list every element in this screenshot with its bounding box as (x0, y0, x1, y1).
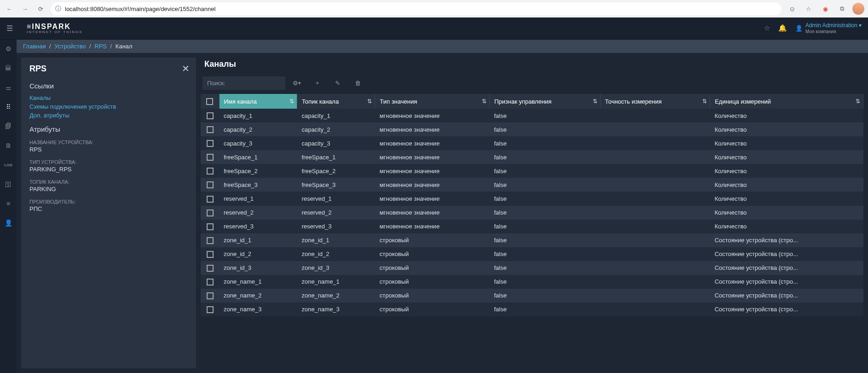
cell-topic: zone_name_2 (297, 289, 375, 303)
attr-label: ТОПИК КАНАЛА: (29, 179, 188, 185)
edit-button[interactable]: ✎ (329, 76, 346, 90)
select-all-checkbox[interactable] (206, 98, 213, 105)
crumb-device[interactable]: Устройство (54, 43, 86, 50)
cell-ctrl: false (489, 289, 600, 303)
col-topic[interactable]: Топик канала⇅ (297, 94, 375, 109)
col-unit[interactable]: Единица измерений⇅ (710, 94, 863, 109)
rail-building-icon[interactable]: 🏛 (3, 63, 14, 74)
favorites-star-icon[interactable]: ☆ (764, 24, 770, 32)
rail-stack-icon[interactable]: ≡ (3, 198, 14, 209)
cell-unit: Состояние устройства (стро... (710, 275, 863, 289)
row-checkbox[interactable] (207, 251, 214, 258)
close-icon[interactable]: ✕ (182, 63, 190, 74)
row-checkbox[interactable] (207, 223, 214, 230)
rail-gear-icon[interactable]: ⚙ (3, 43, 14, 54)
sort-icon: ⇅ (856, 98, 860, 105)
col-ctrl[interactable]: Признак управления⇅ (489, 94, 600, 109)
extension-record-icon[interactable]: ◉ (819, 3, 831, 15)
rail-doccheck-icon[interactable]: 🗎 (3, 140, 14, 151)
cell-unit: Состояние устройства (стро... (710, 289, 863, 303)
rail-sliders-icon[interactable]: ⚌ (3, 82, 14, 93)
cell-prec (600, 261, 710, 275)
cell-ctrl: false (489, 275, 600, 289)
reload-button[interactable]: ⟳ (35, 3, 46, 14)
bookmark-star-icon[interactable]: ☆ (803, 3, 815, 15)
table-row[interactable]: zone_id_2zone_id_2строковыйfalseСостояни… (201, 247, 863, 261)
settings-button[interactable]: ⚙▾ (288, 76, 306, 90)
sidepanel-link[interactable]: Доп. атрибуты (29, 111, 188, 120)
cell-unit: Количество (710, 192, 863, 205)
rail-key-icon[interactable]: ⚿ (3, 179, 14, 190)
sidepanel-link[interactable]: Схемы подключения устройств (29, 102, 188, 111)
cell-name: freeSpace_2 (219, 164, 297, 178)
table-row[interactable]: reserved_2reserved_2мгновенное значениеf… (201, 206, 863, 220)
cell-vtype: мгновенное значение (375, 192, 490, 205)
search-input[interactable] (203, 76, 285, 90)
cell-unit: Количество (710, 220, 863, 233)
toolbar: ⚙▾ ＋ ✎ 🗑 (201, 75, 863, 91)
cell-unit: Состояние устройства (стро... (710, 261, 863, 275)
col-vtype[interactable]: Тип значения⇅ (375, 94, 490, 109)
cell-ctrl: false (489, 192, 600, 205)
menu-toggle[interactable]: ☰ (6, 24, 13, 33)
table-row[interactable]: reserved_3reserved_3мгновенное значениеf… (201, 220, 863, 233)
url-bar[interactable]: ⓘ localhost:8080/semux/#!/main/page/devi… (51, 2, 781, 15)
cell-unit: Количество (710, 122, 863, 136)
row-checkbox[interactable] (207, 126, 214, 133)
row-checkbox[interactable] (207, 168, 214, 175)
table-row[interactable]: zone_name_3zone_name_3строковыйfalseСост… (201, 303, 863, 316)
forward-button[interactable]: → (19, 3, 30, 14)
table-row[interactable]: freeSpace_3freeSpace_3мгновенное значени… (201, 178, 863, 192)
cell-prec (600, 109, 710, 122)
rail-people-icon[interactable]: ⠿ (3, 101, 14, 112)
notifications-bell-icon[interactable]: 🔔 (778, 24, 787, 32)
cell-name: zone_name_1 (219, 275, 297, 289)
profile-avatar[interactable] (852, 3, 864, 15)
table-row[interactable]: zone_name_2zone_name_2строковыйfalseСост… (201, 289, 863, 303)
table-row[interactable]: zone_name_1zone_name_1строковыйfalseСост… (201, 275, 863, 289)
table-row[interactable]: capacity_3capacity_3мгновенное значениеf… (201, 136, 863, 150)
back-button[interactable]: ← (4, 3, 15, 14)
row-checkbox[interactable] (207, 292, 214, 299)
row-checkbox[interactable] (207, 306, 214, 313)
crumb-rps[interactable]: RPS (94, 43, 107, 50)
row-checkbox[interactable] (207, 279, 214, 286)
table-row[interactable]: zone_id_3zone_id_3строковыйfalseСостояни… (201, 261, 863, 275)
col-name[interactable]: Имя канала⇅ (219, 94, 297, 109)
cell-vtype: строковый (375, 233, 490, 247)
rail-log-icon[interactable]: LOG (3, 159, 14, 170)
cell-prec (600, 150, 710, 164)
cell-prec (600, 164, 710, 178)
table-row[interactable]: freeSpace_2freeSpace_2мгновенное значени… (201, 164, 863, 178)
table-row[interactable]: freeSpace_1freeSpace_1мгновенное значени… (201, 150, 863, 164)
rail-user-icon[interactable]: 👤 (3, 217, 14, 228)
row-checkbox[interactable] (207, 265, 214, 272)
cell-vtype: строковый (375, 289, 490, 303)
cell-unit: Количество (710, 109, 863, 122)
row-checkbox[interactable] (207, 196, 214, 203)
rail-doc-icon[interactable]: 🗐 (3, 121, 14, 132)
table-row[interactable]: reserved_1reserved_1мгновенное значениеf… (201, 192, 863, 205)
extensions-icon[interactable]: ⧉ (836, 3, 848, 15)
row-checkbox[interactable] (207, 154, 214, 161)
table-row[interactable]: zone_id_1zone_id_1строковыйfalseСостояни… (201, 233, 863, 247)
cell-unit: Состояние устройства (стро... (710, 247, 863, 261)
row-checkbox[interactable] (207, 112, 214, 119)
delete-button[interactable]: 🗑 (349, 76, 366, 90)
browser-chrome: ← → ⟳ ⓘ localhost:8080/semux/#!/main/pag… (0, 0, 868, 17)
crumb-current: Канал (116, 43, 133, 50)
row-checkbox[interactable] (207, 210, 214, 216)
row-checkbox[interactable] (207, 181, 214, 188)
password-icon[interactable]: ⊙ (786, 3, 798, 15)
row-checkbox[interactable] (207, 140, 214, 147)
table-row[interactable]: capacity_2capacity_2мгновенное значениеf… (201, 122, 863, 136)
cell-ctrl: false (489, 178, 600, 192)
user-block[interactable]: 👤 Admin Administration ▾ Моя компания (795, 22, 862, 34)
table-row[interactable]: capacity_1capacity_1мгновенное значениеf… (201, 109, 863, 122)
sidepanel-link[interactable]: Каналы (29, 93, 188, 102)
col-prec[interactable]: Точность измерения⇅ (600, 94, 710, 109)
cell-name: freeSpace_1 (219, 150, 297, 164)
row-checkbox[interactable] (207, 237, 214, 244)
add-button[interactable]: ＋ (308, 76, 326, 90)
crumb-home[interactable]: Главная (23, 43, 46, 50)
